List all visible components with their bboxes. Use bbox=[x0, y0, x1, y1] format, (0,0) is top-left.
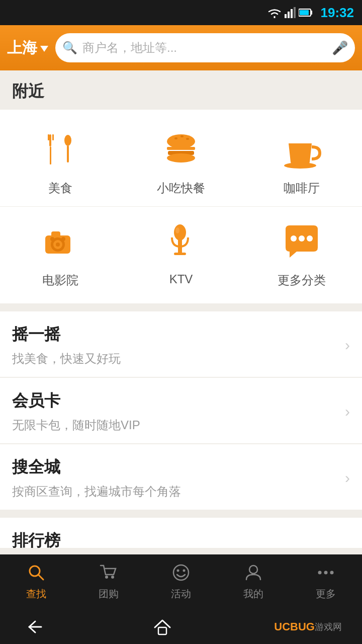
search-city-title: 搜全城 bbox=[12, 456, 345, 478]
ktv-icon bbox=[158, 219, 204, 264]
membership-title: 会员卡 bbox=[12, 390, 345, 412]
microphone-icon[interactable]: 🎤 bbox=[332, 40, 348, 56]
svg-rect-30 bbox=[178, 248, 182, 253]
category-item-cinema[interactable]: 电影院 bbox=[0, 207, 121, 298]
cafe-label: 咖啡厅 bbox=[284, 180, 320, 196]
nav-item-groupbuy[interactable]: 团购 bbox=[72, 558, 145, 606]
shake-title: 摇一摇 bbox=[12, 324, 345, 346]
svg-point-26 bbox=[50, 237, 54, 241]
city-label: 上海 bbox=[7, 38, 37, 58]
city-dropdown-arrow bbox=[40, 46, 48, 52]
svg-point-40 bbox=[173, 565, 189, 580]
svg-rect-3 bbox=[294, 7, 296, 18]
search-city-feature[interactable]: 搜全城 按商区查询，找遍城市每个角落 › bbox=[0, 444, 362, 510]
ktv-label: KTV bbox=[169, 272, 193, 286]
svg-rect-0 bbox=[285, 14, 287, 18]
svg-point-19 bbox=[186, 138, 189, 140]
snacks-label: 小吃快餐 bbox=[157, 180, 205, 196]
shake-feature[interactable]: 摇一摇 找美食，快速又好玩 › bbox=[0, 311, 362, 377]
svg-point-39 bbox=[111, 576, 114, 579]
search-bar[interactable]: 🔍 商户名，地址等... 🎤 bbox=[55, 33, 355, 62]
svg-point-34 bbox=[299, 235, 305, 242]
status-bar: 19:32 bbox=[0, 0, 362, 25]
nav-label-more: 更多 bbox=[316, 587, 336, 601]
svg-point-32 bbox=[175, 227, 179, 233]
search-city-arrow: › bbox=[345, 469, 350, 487]
nav-item-search[interactable]: 查找 bbox=[0, 558, 72, 606]
search-city-subtitle: 按商区查询，找遍城市每个角落 bbox=[12, 484, 345, 500]
svg-rect-25 bbox=[51, 231, 60, 237]
nav-label-search: 查找 bbox=[26, 587, 46, 601]
nav-item-events[interactable]: 活动 bbox=[145, 558, 217, 606]
svg-point-17 bbox=[174, 137, 177, 139]
search-nav-icon bbox=[27, 564, 45, 584]
ucbug-text: UCBUG bbox=[274, 620, 315, 633]
shake-arrow: › bbox=[345, 337, 350, 354]
category-item-cafe[interactable]: 咖啡厅 bbox=[241, 115, 362, 207]
svg-point-35 bbox=[307, 235, 313, 242]
shake-subtitle: 找美食，快速又好玩 bbox=[12, 351, 345, 367]
svg-line-37 bbox=[38, 575, 43, 580]
svg-point-41 bbox=[177, 570, 179, 572]
category-item-food[interactable]: 美食 bbox=[0, 115, 121, 207]
more-categories-label: 更多分类 bbox=[278, 272, 326, 288]
nav-item-more[interactable]: 更多 bbox=[290, 558, 362, 606]
svg-point-46 bbox=[330, 571, 334, 575]
svg-point-42 bbox=[183, 570, 186, 572]
shake-content: 摇一摇 找美食，快速又好玩 bbox=[12, 324, 345, 367]
svg-point-45 bbox=[324, 571, 328, 575]
status-time: 19:32 bbox=[321, 5, 354, 21]
svg-point-11 bbox=[64, 135, 71, 146]
ucbug-domain: 游戏网 bbox=[315, 621, 342, 633]
cart-nav-icon bbox=[100, 564, 118, 584]
svg-rect-14 bbox=[167, 147, 195, 150]
svg-rect-12 bbox=[67, 145, 69, 163]
cinema-label: 电影院 bbox=[42, 272, 78, 288]
home-button[interactable] bbox=[147, 617, 177, 637]
svg-point-16 bbox=[167, 153, 195, 163]
svg-point-20 bbox=[284, 163, 316, 169]
svg-point-27 bbox=[61, 237, 65, 241]
membership-arrow: › bbox=[345, 403, 350, 420]
system-nav: UCBUG 游戏网 bbox=[0, 610, 362, 644]
svg-rect-5 bbox=[311, 11, 312, 15]
city-selector[interactable]: 上海 bbox=[7, 38, 48, 58]
snacks-icon bbox=[158, 127, 204, 172]
nav-item-mine[interactable]: 我的 bbox=[217, 558, 290, 606]
membership-content: 会员卡 无限卡包，随时随地VIP bbox=[12, 390, 345, 433]
svg-rect-8 bbox=[48, 134, 49, 140]
person-nav-icon bbox=[244, 564, 262, 584]
back-button[interactable] bbox=[20, 617, 50, 637]
svg-rect-9 bbox=[52, 134, 54, 140]
search-placeholder: 商户名，地址等... bbox=[82, 40, 327, 56]
search-city-content: 搜全城 按商区查询，找遍城市每个角落 bbox=[12, 456, 345, 500]
svg-rect-2 bbox=[291, 9, 293, 18]
svg-rect-10 bbox=[50, 146, 51, 165]
smiley-nav-icon bbox=[172, 564, 190, 584]
svg-point-43 bbox=[249, 566, 257, 574]
svg-rect-1 bbox=[288, 12, 290, 18]
cinema-icon bbox=[38, 219, 83, 264]
svg-point-38 bbox=[105, 576, 108, 579]
ranking-title: 排行榜 bbox=[12, 530, 350, 548]
category-item-more[interactable]: 更多分类 bbox=[241, 207, 362, 298]
dots-nav-icon bbox=[317, 564, 335, 584]
more-categories-icon bbox=[279, 219, 324, 264]
nav-label-mine: 我的 bbox=[243, 587, 263, 601]
membership-subtitle: 无限卡包，随时随地VIP bbox=[12, 417, 345, 433]
membership-feature[interactable]: 会员卡 无限卡包，随时随地VIP › bbox=[0, 378, 362, 443]
main-content: 附近 美食 bbox=[0, 70, 362, 638]
svg-rect-31 bbox=[174, 253, 186, 255]
ucbug-logo: UCBUG 游戏网 bbox=[274, 620, 342, 633]
food-label: 美食 bbox=[48, 180, 72, 196]
category-grid: 美食 小吃快餐 bbox=[0, 110, 362, 303]
category-item-ktv[interactable]: KTV bbox=[121, 207, 241, 298]
category-item-snacks[interactable]: 小吃快餐 bbox=[121, 115, 241, 207]
nearby-section-label: 附近 bbox=[0, 70, 362, 110]
svg-rect-6 bbox=[300, 10, 309, 15]
nav-label-groupbuy: 团购 bbox=[99, 587, 119, 601]
app-header: 上海 🔍 商户名，地址等... 🎤 bbox=[0, 25, 362, 70]
svg-point-44 bbox=[318, 571, 322, 575]
search-icon: 🔍 bbox=[62, 41, 77, 55]
svg-rect-47 bbox=[158, 627, 166, 634]
